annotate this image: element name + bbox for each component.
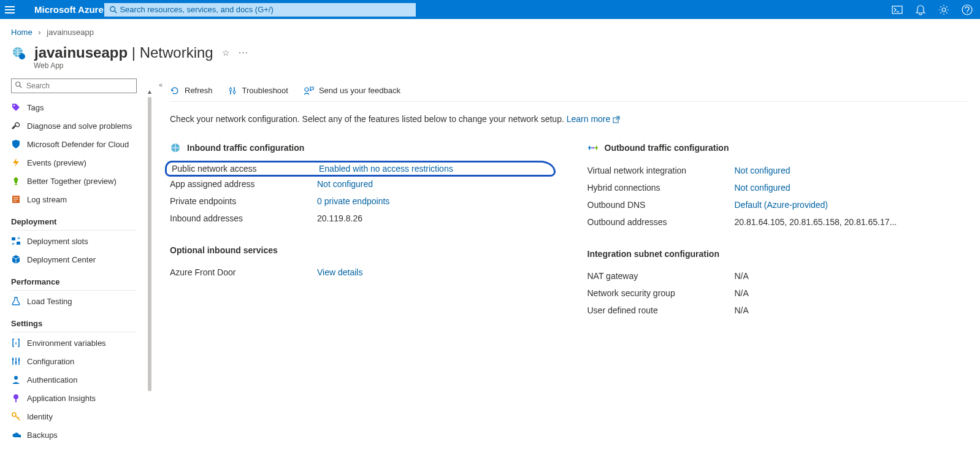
notifications-icon[interactable] [915, 4, 926, 15]
config-value: 20.119.8.26 [317, 213, 551, 223]
sidebar-scrollbar[interactable] [148, 97, 151, 391]
config-value[interactable]: 0 private endpoints [317, 196, 551, 206]
sidebar-item-label: Application Insights [27, 394, 96, 403]
sidebar-item-environment-variables[interactable]: xEnvironment variables [11, 334, 149, 352]
cloud-shell-icon[interactable] [892, 4, 903, 15]
sidebar-item-label: Microsoft Defender for Cloud [27, 140, 129, 149]
global-search[interactable] [104, 2, 416, 17]
svg-point-24 [15, 362, 17, 364]
config-key: Outbound DNS [588, 200, 735, 210]
sidebar: « ▲ TagsDiagnose and solve problemsMicro… [0, 78, 149, 444]
config-value[interactable]: Not configured [317, 179, 551, 189]
sidebar-item-diagnose-and-solve-problems[interactable]: Diagnose and solve problems [11, 117, 149, 135]
divider [11, 290, 137, 291]
breadcrumb-current[interactable]: javainuseapp [47, 28, 94, 37]
breadcrumb-home[interactable]: Home [11, 28, 33, 37]
svg-point-23 [12, 359, 14, 361]
config-key: Hybrid connections [588, 183, 735, 193]
sidebar-item-label: Environment variables [27, 339, 106, 348]
sidebar-item-label: Events (preview) [27, 158, 86, 167]
svg-rect-2 [892, 6, 902, 13]
config-row: Network security groupN/A [588, 285, 968, 302]
description-text: Check your network configuration. Select… [170, 114, 968, 124]
svg-point-8 [19, 53, 25, 59]
insights-icon [11, 393, 21, 403]
sidebar-item-better-together-preview-[interactable]: Better Together (preview) [11, 172, 149, 190]
config-key: User defined route [588, 305, 735, 315]
flask-icon [11, 296, 21, 306]
config-row: Private endpoints0 private endpoints [170, 193, 551, 210]
more-actions-icon[interactable]: ··· [239, 47, 248, 58]
config-value[interactable]: Not configured [735, 183, 968, 193]
sidebar-item-identity[interactable]: Identity [11, 407, 149, 426]
sidebar-item-backups[interactable]: Backups [11, 426, 149, 444]
svg-point-33 [233, 91, 235, 93]
brand-label[interactable]: Microsoft Azure [34, 4, 104, 15]
svg-point-0 [110, 6, 115, 11]
sidebar-item-deployment-slots[interactable]: Deployment slots [11, 232, 149, 250]
settings-gear-icon[interactable] [938, 4, 949, 15]
sidebar-item-log-stream[interactable]: Log stream [11, 190, 149, 209]
config-value[interactable]: Enabled with no access restrictions [319, 164, 549, 174]
global-search-input[interactable] [120, 5, 410, 14]
subnet-heading-label: Integration subnet configuration [588, 249, 719, 259]
config-key: Virtual network integration [588, 166, 735, 175]
optional-inbound-heading-label: Optional inbound services [170, 245, 278, 255]
main-content: Refresh Troubleshoot Send us your feedba… [149, 78, 980, 444]
config-value[interactable]: Not configured [735, 166, 968, 175]
config-key: Private endpoints [170, 196, 317, 206]
breadcrumb: Home › javainuseapp [0, 19, 980, 40]
sidebar-item-label: Diagnose and solve problems [27, 121, 132, 131]
favorite-star-icon[interactable]: ☆ [222, 48, 230, 58]
config-row: Public network accessEnabled with no acc… [165, 161, 556, 177]
config-value: N/A [735, 288, 968, 298]
hamburger-icon[interactable] [5, 4, 17, 16]
collapse-sidebar-icon[interactable]: « [159, 81, 163, 88]
sidebar-item-deployment-center[interactable]: Deployment Center [11, 250, 149, 269]
outbound-heading-label: Outbound traffic configuration [605, 143, 729, 153]
bulb-icon [11, 176, 21, 186]
config-key: Public network access [172, 164, 319, 174]
sidebar-item-authentication[interactable]: Authentication [11, 370, 149, 389]
sidebar-item-application-insights[interactable]: Application Insights [11, 389, 149, 407]
refresh-button[interactable]: Refresh [170, 86, 213, 96]
sidebar-item-microsoft-defender-for-cloud[interactable]: Microsoft Defender for Cloud [11, 135, 149, 153]
config-row: User defined routeN/A [588, 302, 968, 319]
help-icon[interactable] [962, 4, 973, 15]
search-icon [109, 6, 118, 14]
page-header: javainuseapp | Networking ☆ ··· [0, 40, 980, 63]
sidebar-item-label: Backups [27, 430, 58, 440]
feedback-icon [303, 86, 314, 96]
svg-rect-18 [17, 242, 20, 245]
external-link-icon [613, 116, 620, 123]
sidebar-item-configuration[interactable]: Configuration [11, 352, 149, 370]
svg-point-9 [16, 82, 20, 86]
config-row: Azure Front DoorView details [170, 264, 551, 281]
page-section: Networking [140, 44, 213, 61]
key-icon [11, 411, 21, 421]
slots-icon [11, 236, 21, 246]
sidebar-item-label: Tags [27, 103, 44, 112]
sidebar-item-tags[interactable]: Tags [11, 98, 149, 117]
person-icon [11, 375, 21, 385]
config-value: N/A [735, 305, 968, 315]
sidebar-item-load-testing[interactable]: Load Testing [11, 292, 149, 310]
feedback-button[interactable]: Send us your feedback [303, 86, 400, 96]
learn-more-link[interactable]: Learn more [567, 114, 620, 124]
troubleshoot-button[interactable]: Troubleshoot [228, 86, 288, 96]
network-arrows-icon [588, 142, 599, 153]
shield-icon [11, 139, 21, 149]
config-row: NAT gatewayN/A [588, 267, 968, 285]
sidebar-group-settings: Settings [11, 319, 149, 328]
tag-icon [11, 102, 21, 112]
sidebar-search-input[interactable] [11, 78, 137, 93]
svg-point-6 [967, 12, 967, 13]
config-row: Inbound addresses20.119.8.26 [170, 210, 551, 227]
config-value[interactable]: Default (Azure-provided) [735, 200, 968, 210]
config-value[interactable]: View details [317, 267, 551, 277]
divider [11, 230, 137, 231]
sidebar-item-events-preview-[interactable]: Events (preview) [11, 153, 149, 172]
log-icon [11, 194, 21, 204]
config-row: Outbound DNSDefault (Azure-provided) [588, 196, 968, 213]
scroll-up-arrow-icon[interactable]: ▲ [147, 88, 153, 94]
